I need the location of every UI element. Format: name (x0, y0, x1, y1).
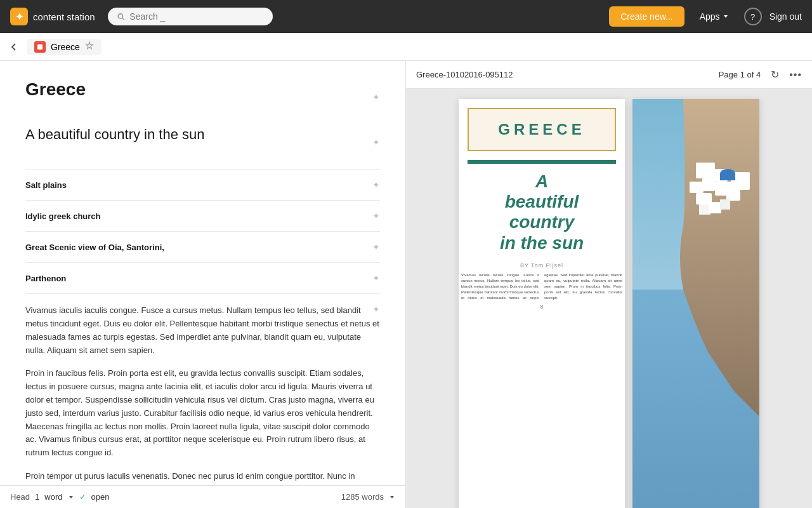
article-title: Greece (25, 79, 86, 100)
preview-page-info: Page 1 of 4 (719, 70, 761, 79)
caption-4: Parthenon (25, 274, 66, 283)
editor-content[interactable]: Greece ✦ A beautiful country in the sun … (0, 61, 405, 485)
magazine-subtitle-area: Abeautifulcountryin the sun (459, 164, 625, 258)
subtitle-pin-icon[interactable]: ✦ (372, 137, 380, 147)
word-count-prefix: 1 (35, 492, 39, 502)
doc-tab-greece[interactable]: Greece (27, 39, 102, 55)
editor-panel: Greece ✦ A beautiful country in the sun … (0, 61, 406, 508)
doc-tab-title: Greece (51, 42, 80, 52)
sign-out-button[interactable]: Sign out (769, 11, 802, 22)
head-label: Head (10, 492, 30, 502)
apps-menu[interactable]: Apps (692, 11, 737, 22)
back-button[interactable] (5, 38, 23, 56)
svg-rect-19 (709, 202, 721, 213)
svg-rect-3 (37, 44, 43, 50)
magazine-page-photo (632, 99, 759, 508)
svg-line-1 (122, 18, 124, 20)
status-open: open (91, 492, 110, 502)
title-row: Greece ✦ (25, 79, 380, 116)
preview-filename: Greece-10102016-095112 (416, 70, 709, 79)
svg-marker-5 (390, 496, 394, 498)
svg-marker-2 (724, 15, 728, 18)
main-layout: Greece ✦ A beautiful country in the sun … (0, 61, 812, 508)
logo-icon: ✦ (10, 8, 28, 25)
preview-toolbar: Greece-10102016-095112 Page 1 of 4 ↻ ••• (406, 61, 812, 89)
search-input[interactable] (129, 11, 263, 22)
app-name: content station (33, 11, 95, 22)
article-subtitle: A beautiful country in the sun (25, 126, 205, 144)
magazine-header-box: GREECE (468, 108, 616, 151)
body-paragraph-2: Proin in faucibus felis. Proin porta est… (25, 367, 380, 460)
title-pin-icon[interactable]: ✦ (372, 92, 380, 102)
more-options-icon[interactable]: ••• (789, 69, 802, 81)
subtitle-row: A beautiful country in the sun ✦ (25, 126, 380, 159)
divider-3 (25, 231, 380, 232)
caption-row-3: Great Scenic view of Oia, Santorini, ✦ (25, 242, 380, 252)
search-icon (117, 12, 125, 21)
caption-3-pin[interactable]: ✦ (372, 242, 380, 252)
magazine-page-number: 8 (459, 301, 625, 312)
preview-content: GREECE Abeautifulcountryin the sun BY To… (406, 89, 812, 508)
svg-rect-15 (726, 188, 740, 201)
preview-panel: Greece-10102016-095112 Page 1 of 4 ↻ •••… (406, 61, 812, 508)
top-nav: ✦ content station Create new... Apps ? S… (0, 0, 812, 33)
svg-point-0 (118, 14, 122, 18)
caption-3: Great Scenic view of Oia, Santorini, (25, 243, 164, 252)
refresh-icon[interactable]: ↻ (771, 69, 779, 81)
caption-row-2: Idylic greek church ✦ (25, 211, 380, 221)
apps-label: Apps (700, 11, 720, 22)
magazine-page: GREECE Abeautifulcountryin the sun BY To… (459, 99, 625, 508)
caption-row-1: Salt plains ✦ (25, 180, 380, 190)
divider-4 (25, 262, 380, 263)
svg-marker-4 (69, 496, 73, 498)
body-paragraph-3: Proin tempor ut purus iaculis venenatis.… (25, 470, 380, 485)
caption-row-4: Parthenon ✦ (25, 273, 380, 283)
search-bar[interactable] (108, 8, 273, 25)
caption-1-pin[interactable]: ✦ (372, 180, 380, 190)
magazine-body-text: Vivamus iaculis iaculis congue. Fusce a … (459, 272, 625, 301)
status-check-icon: ✓ (79, 492, 86, 502)
body-pin-icon[interactable]: ✦ (372, 304, 380, 314)
chevron-down-words-icon (389, 494, 395, 500)
caption-1: Salt plains (25, 180, 67, 190)
create-new-button[interactable]: Create new... (609, 6, 684, 27)
caption-4-pin[interactable]: ✦ (372, 273, 380, 283)
magazine-page-title: GREECE (478, 121, 606, 138)
doc-tabs: Greece (0, 33, 812, 61)
caption-2: Idylic greek church (25, 211, 101, 221)
bottom-bar: Head 1 word ✓ open 1285 words (0, 485, 405, 508)
logo-area: ✦ content station (10, 8, 95, 25)
svg-rect-11 (690, 182, 704, 193)
svg-rect-10 (702, 178, 715, 191)
chevron-down-icon (723, 13, 729, 20)
magazine-big-subtitle: Abeautifulcountryin the sun (468, 171, 616, 253)
divider-2 (25, 200, 380, 201)
divider-5 (25, 293, 380, 294)
chevron-down-icon-bottom (68, 494, 74, 500)
divider-1 (25, 169, 380, 170)
body-paragraph-1: Vivamus iaculis iaculis congue. Fusce a … (25, 304, 380, 357)
word-count-unit: word (44, 492, 62, 502)
total-word-count: 1285 words (341, 492, 384, 502)
caption-2-pin[interactable]: ✦ (372, 211, 380, 221)
help-button[interactable]: ? (744, 8, 762, 25)
pin-icon[interactable] (85, 41, 94, 52)
svg-rect-17 (720, 174, 735, 180)
by-line: BY Tom Pijsel (459, 262, 625, 269)
svg-rect-20 (720, 199, 730, 210)
santorini-scene (632, 99, 759, 508)
doc-tab-icon (34, 41, 46, 53)
